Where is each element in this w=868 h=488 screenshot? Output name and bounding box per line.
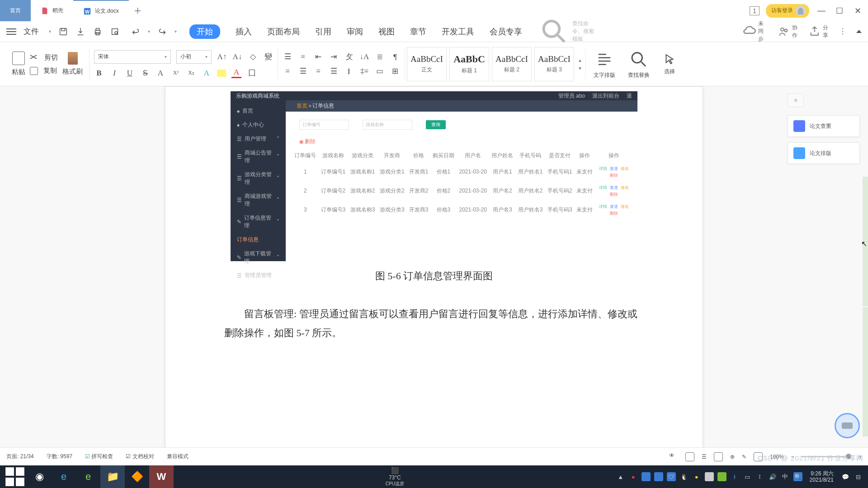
tab-home[interactable]: 首页 [0,0,31,21]
painter-label[interactable]: 格式刷 [62,67,83,76]
tray-icon[interactable]: 🔍 [793,472,802,481]
style-h3[interactable]: AaBbCcI标题 3 [534,47,574,81]
menu-start[interactable]: 开始 [189,24,220,39]
collapse-ribbon-icon[interactable] [856,30,862,33]
style-h1[interactable]: AaBbC标题 1 [449,47,489,81]
asian-layout-button[interactable]: 攵 [344,52,354,62]
outdent-button[interactable]: ⇤ [313,52,323,62]
font-menu-button[interactable]: A [156,68,165,78]
typeset-button[interactable]: 文字排版 [587,49,622,79]
page-view-icon[interactable] [685,452,694,461]
ime-icon[interactable]: 中 [781,472,790,481]
volume-icon[interactable]: 🔊 [768,472,777,481]
text-effects-button[interactable]: A [202,68,212,78]
taskbar-explorer[interactable]: 📁 [100,465,125,488]
indent-button[interactable]: ⇥ [329,52,339,62]
redo-icon[interactable] [157,27,167,37]
italic-button[interactable]: I [109,68,119,78]
findrep-button[interactable]: 查找替换 [622,49,656,79]
share-button[interactable]: 分享 [808,24,829,39]
linespace-button[interactable]: ‡≡ [359,66,369,76]
tab-docer[interactable]: 稻壳 [31,0,73,21]
close-button[interactable]: ✕ [852,5,863,17]
web-view-icon[interactable]: ⊕ [730,454,735,460]
paste-icon[interactable] [12,52,25,65]
bluetooth-icon[interactable]: ᚼ [730,472,739,481]
taskbar-app2[interactable]: 🔶 [125,465,149,488]
file-dropdown-icon[interactable]: ▾ [49,29,51,34]
maximize-button[interactable]: ☐ [834,5,845,17]
taskbar-menu-icon[interactable]: ⊟ [854,472,863,481]
menu-review[interactable]: 审阅 [347,26,363,37]
align-justify-button[interactable]: ☰ [329,66,339,76]
tray-icon[interactable]: ▲ [616,472,625,481]
more-icon[interactable]: ⋮ [839,27,846,36]
clear-format-icon[interactable]: ◇ [248,52,258,62]
taskbar-app[interactable]: ◉ [27,465,52,488]
export-icon[interactable] [75,27,85,37]
save-icon[interactable] [58,27,68,37]
paste-label[interactable]: 粘贴 [12,68,25,76]
preview-icon[interactable] [110,27,120,37]
style-scroll-up[interactable]: ▴ [579,57,581,63]
align-right-button[interactable]: ≡ [313,66,323,76]
proof-button[interactable]: ☑ 文档校对 [126,453,154,460]
tray-icon[interactable]: 🛡 [667,472,676,481]
numbering-button[interactable]: ≡ [298,52,308,62]
taskbar-ie[interactable]: e [52,465,76,488]
distribute-button[interactable]: ⫿ [344,66,354,76]
panel-collapse-icon[interactable]: ≡ [788,94,804,107]
style-body[interactable]: AaBbCcI正文 [407,47,447,81]
shrink-font-icon[interactable]: A↓ [232,52,242,62]
taskbar-edge[interactable]: e [76,465,100,488]
command-search[interactable]: 查找命令、搜索模板 [538,16,598,47]
collab-button[interactable]: 协作 [778,24,798,39]
shading-button[interactable]: ▭ [375,66,385,76]
annotate-icon[interactable]: ✎ [742,454,746,460]
plagiarism-check-button[interactable]: 论文查重 [788,115,860,137]
tab-add-button[interactable]: + [129,0,147,21]
reading-view-icon[interactable] [714,452,723,461]
phonetic-icon[interactable]: 變 [263,52,273,62]
taskbar-wps[interactable]: W [149,465,174,488]
outline-view-icon[interactable]: ☰ [702,454,707,460]
sort-button[interactable]: ↓A [359,52,369,62]
menu-reference[interactable]: 引用 [315,26,331,37]
spellcheck-button[interactable]: ☑ 拼写检查 [85,453,113,460]
highlight-button[interactable] [217,70,226,77]
tray-icon[interactable] [717,472,726,481]
undo-dropdown-icon[interactable]: ▾ [148,29,150,34]
font-family-select[interactable]: 宋体▾ [94,50,171,64]
char-border-button[interactable]: 囗 [247,68,257,78]
strike-button[interactable]: S̶ [140,68,150,78]
tray-icon[interactable]: ● [692,472,701,481]
subscript-button[interactable]: X₂ [186,68,196,78]
bold-button[interactable]: B [94,68,104,78]
word-count[interactable]: 字数: 9597 [47,453,72,460]
underline-button[interactable]: U [125,68,135,78]
bullets-button[interactable]: ☰ [283,52,292,62]
notifications-icon[interactable]: 💬 [841,472,850,481]
menu-vip[interactable]: 会员专享 [490,26,522,37]
showmarks-button[interactable]: ¶ [390,52,400,62]
counter-badge[interactable]: 1 [750,6,760,15]
menu-pagelayout[interactable]: 页面布局 [267,26,300,37]
page-indicator[interactable]: 页面: 21/34 [6,453,34,460]
start-button[interactable] [3,465,27,488]
print-icon[interactable] [93,27,103,37]
menu-burger-icon[interactable] [6,28,16,35]
align-left-button[interactable]: ≡ [283,66,292,76]
copy-button[interactable]: 复制 [43,66,57,75]
menu-chapter[interactable]: 章节 [410,26,426,37]
paper-layout-button[interactable]: 论文排版 [788,142,860,164]
minimize-button[interactable]: — [816,5,827,17]
undo-icon[interactable] [131,27,141,37]
tray-icon[interactable] [654,472,663,481]
wifi-icon[interactable]: ⟟ [755,472,764,481]
taskbar-clock[interactable]: 9:26 周六 2021/8/21 [810,470,834,483]
font-size-select[interactable]: 小初▾ [176,50,212,64]
tab-document[interactable]: W 论文.docx [73,0,129,21]
menu-devtools[interactable]: 开发工具 [442,26,474,37]
style-scroll-down[interactable]: ▾ [579,65,581,71]
redo-dropdown-icon[interactable]: ▾ [175,29,177,34]
